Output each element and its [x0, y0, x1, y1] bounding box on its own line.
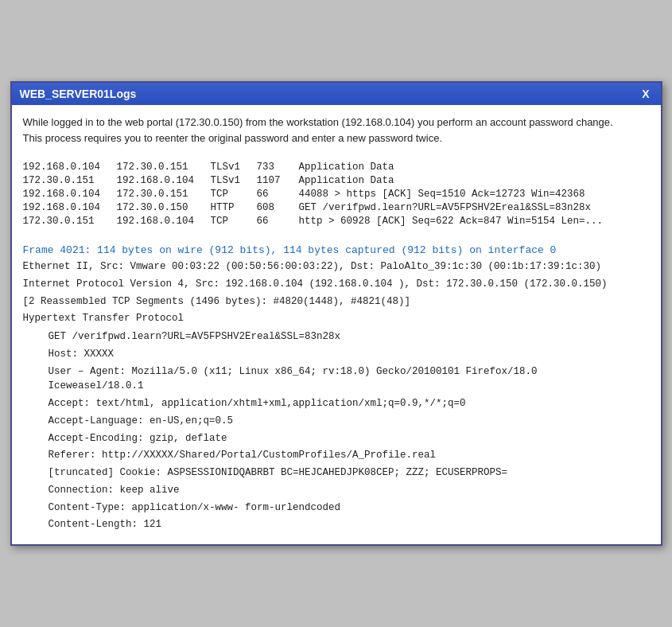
packet-proto: TLSv1: [211, 175, 251, 186]
packet-dst: 192.168.0.104: [117, 216, 204, 227]
http-section: GET /verifpwd.learn?URL=AV5FPSHV2Ereal&S…: [23, 329, 634, 532]
packet-row: 192.168.0.104 172.30.0.150 HTTP 608 GET …: [23, 202, 634, 213]
packet-src: 192.168.0.104: [23, 189, 111, 200]
packet-len: 66: [257, 216, 293, 227]
main-window: WEB_SERVER01Logs X While logged in to th…: [10, 81, 662, 546]
packet-dst: 172.30.0.151: [117, 162, 204, 173]
title-bar: WEB_SERVER01Logs X: [12, 83, 661, 105]
http-header-field: Content-Length: 121: [23, 517, 634, 532]
packet-src: 192.168.0.104: [23, 162, 111, 173]
packet-proto: TCP: [211, 216, 251, 227]
packet-info: http > 60928 [ACK] Seq=622 Ack=847 Win=5…: [299, 216, 634, 227]
packet-table: 192.168.0.104 172.30.0.151 TLSv1 733 App…: [23, 162, 650, 227]
packet-dst: 172.30.0.150: [117, 202, 204, 213]
packet-proto: TCP: [211, 189, 251, 200]
description-text: While logged in to the web portal (172.3…: [23, 115, 650, 146]
packet-proto: TLSv1: [211, 162, 251, 173]
http-header-field: Host: XXXXX: [23, 347, 634, 362]
packet-src: 172.30.0.151: [23, 216, 111, 227]
http-header-field: Content-Type: application/x-www- form-ur…: [23, 500, 634, 516]
packet-info: Application Data: [299, 162, 634, 173]
packet-len: 66: [257, 189, 293, 200]
packet-len: 1107: [257, 175, 293, 186]
frame-line: Ethernet II, Src: Vmware 00:03:22 (00:50…: [23, 259, 634, 275]
content-area: While logged in to the web portal (172.3…: [12, 105, 661, 544]
http-header-field: Accept: text/html, application/xhtml+xml…: [23, 396, 634, 411]
packet-row: 172.30.0.151 192.168.0.104 TCP 66 http >…: [23, 216, 634, 227]
packet-info: 44088 > https [ACK] Seq=1510 Ack=12723 W…: [299, 189, 634, 200]
frame-line: Internet Protocol Version 4, Src: 192.16…: [23, 277, 634, 292]
http-header-field: User – Agent: Mozilla/5.0 (x11; Linux x8…: [23, 364, 634, 395]
http-header-field: Accept-Language: en-US,en;q=0.5: [23, 414, 634, 429]
packet-dst: 192.168.0.104: [117, 175, 204, 186]
packet-dst: 172.30.0.151: [117, 189, 204, 200]
packet-len: 608: [257, 202, 293, 213]
packet-src: 192.168.0.104: [23, 202, 111, 213]
http-header-field: [truncated] Cookie: ASPSESSIONIDQABRBT B…: [23, 465, 634, 481]
http-header-field: GET /verifpwd.learn?URL=AV5FPSHV2Ereal&S…: [23, 329, 634, 345]
packet-len: 733: [257, 162, 293, 173]
packet-row: 192.168.0.104 172.30.0.151 TLSv1 733 App…: [23, 162, 634, 173]
frame-line: [2 Reassembled TCP Segments (1496 bytes)…: [23, 294, 634, 310]
http-title: Hypertext Transfer Protocol: [23, 311, 634, 326]
frame-link[interactable]: Frame 4021: 114 bytes on wire (912 bits)…: [23, 244, 634, 256]
close-button[interactable]: X: [639, 88, 652, 100]
http-header-field: Accept-Encoding: gzip, deflate: [23, 431, 634, 446]
packet-row: 172.30.0.151 192.168.0.104 TLSv1 1107 Ap…: [23, 175, 634, 186]
packet-info: Application Data: [299, 175, 634, 186]
http-header-field: Connection: keep alive: [23, 483, 634, 498]
frame-detail: Frame 4021: 114 bytes on wire (912 bits)…: [23, 244, 650, 532]
packet-row: 192.168.0.104 172.30.0.151 TCP 66 44088 …: [23, 189, 634, 200]
http-header-field: Referer: http://XXXXX/Shared/Portal/Cust…: [23, 448, 634, 463]
packet-src: 172.30.0.151: [23, 175, 111, 186]
window-title: WEB_SERVER01Logs: [20, 88, 137, 100]
packet-proto: HTTP: [211, 202, 251, 213]
packet-info: GET /verifpwd.learn?URL=AV5FPSHV2Ereal&S…: [299, 202, 634, 213]
